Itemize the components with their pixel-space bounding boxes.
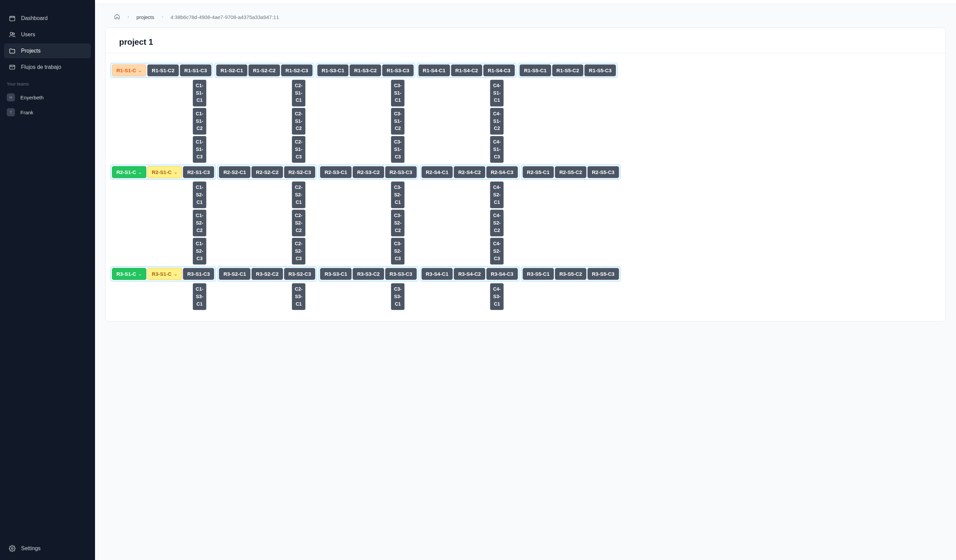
grid-cell-label: R2-S4-C2 <box>458 169 481 175</box>
grid-sub-cell[interactable]: C4-S2-C3 <box>490 238 504 265</box>
grid-sub-cell[interactable]: C3-S1-C1 <box>391 80 404 107</box>
grid-cell-R2-S5-C3[interactable]: R2-S5-C3 <box>587 166 619 178</box>
grid-sub-cell[interactable]: C1-S2-C2 <box>193 210 206 237</box>
grid-cell-R3-S4-C1[interactable]: R3-S4-C1 <box>421 268 453 280</box>
grid-sub-cell[interactable]: C4-S1-C3 <box>490 136 504 163</box>
grid-sub-cell[interactable]: C1-S1-C2 <box>193 108 206 135</box>
grid-cell-R2-S5-C2[interactable]: R2-S5-C2 <box>555 166 586 178</box>
grid-cell-label: R2-S3-C2 <box>357 169 380 175</box>
grid-cell-R1-S1-C3[interactable]: R1-S1-C3 <box>180 64 211 76</box>
grid-cell-R2-S2-C2[interactable]: R2-S2-C2 <box>252 166 283 178</box>
grid-cell-R1-S5-C2[interactable]: R1-S5-C2 <box>552 64 584 76</box>
grid-cell-R2-S2-C3[interactable]: R2-S2-C3 <box>284 166 316 178</box>
grid-cell-R1-S1-C2[interactable]: R1-S1-C2 <box>147 64 179 76</box>
grid-sub-cell[interactable]: C2-S2-C3 <box>292 238 305 265</box>
grid-cell-label: R2-S1-C3 <box>187 169 210 175</box>
grid-cell-R1-S3-C2[interactable]: R1-S3-C2 <box>349 64 381 76</box>
grid-cell-R3-S1-C1[interactable]: R3-S1-C <box>112 268 146 280</box>
sidebar-item-dashboard[interactable]: Dashboard <box>4 11 91 26</box>
grid-header-row: R1-S1-CR1-S1-C2R1-S1-C3R1-S2-C1R1-S2-C2R… <box>110 63 941 78</box>
grid-sub-cell[interactable]: C4-S2-C1 <box>490 182 504 208</box>
grid-segment-group: R3-S1-CR3-S1-CR3-S1-C3 <box>110 266 216 282</box>
grid-cell-R3-S1-C3[interactable]: R3-S1-C3 <box>183 268 214 280</box>
grid-sub-cell[interactable]: C3-S2-C1 <box>391 182 404 208</box>
grid-cell-R2-S5-C1[interactable]: R2-S5-C1 <box>523 166 554 178</box>
grid-cell-R2-S1-C1[interactable]: R2-S1-C <box>112 166 146 178</box>
grid-sub-segment: XX-XX-XXXX-XX-XXC3-S1-C1C3-S1-C2C3-S1-C3 <box>308 78 406 165</box>
grid-sub-cell[interactable]: C1-S1-C3 <box>193 136 206 163</box>
grid-cell-R1-S2-C1[interactable]: R1-S2-C1 <box>216 64 248 76</box>
grid-cell-R1-S2-C3[interactable]: R1-S2-C3 <box>281 64 313 76</box>
grid-cell-R2-S2-C1[interactable]: R2-S2-C1 <box>219 166 250 178</box>
grid-cell-R1-S5-C1[interactable]: R1-S5-C1 <box>520 64 551 76</box>
sidebar-item-workflows[interactable]: Flujos de trabajo <box>4 60 91 75</box>
grid-segment-group: R2-S5-C1R2-S5-C2R2-S5-C3 <box>521 165 621 180</box>
grid-sub-cell[interactable]: C2-S1-C2 <box>292 108 305 135</box>
grid-sub-cell[interactable]: C3-S2-C2 <box>391 210 404 237</box>
grid-cell-label: R2-S3-C3 <box>390 169 412 175</box>
team-item[interactable]: TFrank <box>4 105 91 120</box>
grid-cell-R1-S2-C2[interactable]: R1-S2-C2 <box>248 64 280 76</box>
grid-sub-cell[interactable]: C2-S1-C3 <box>292 136 305 163</box>
grid-cell-R3-S2-C1[interactable]: R3-S2-C1 <box>219 268 250 280</box>
grid-cell-R3-S4-C3[interactable]: R3-S4-C3 <box>486 268 518 280</box>
grid-cell-R2-S1-C2[interactable]: R2-S1-C <box>147 166 182 178</box>
grid-cell-R1-S4-C2[interactable]: R1-S4-C2 <box>451 64 483 76</box>
grid-cell-R1-S3-C3[interactable]: R1-S3-C3 <box>382 64 414 76</box>
grid-cell-R3-S5-C2[interactable]: R3-S5-C2 <box>555 268 586 280</box>
breadcrumb-projects-link[interactable]: projects <box>137 14 154 20</box>
grid-cell-R3-S1-C2[interactable]: R3-S1-C <box>147 268 182 280</box>
grid-cell-R1-S4-C1[interactable]: R1-S4-C1 <box>418 64 450 76</box>
grid-sub-cell[interactable]: C1-S2-C3 <box>193 238 206 265</box>
grid-cell-R3-S2-C2[interactable]: R3-S2-C2 <box>252 268 283 280</box>
grid-segment-group: R2-S4-C1R2-S4-C2R2-S4-C3 <box>420 165 520 180</box>
grid-cell-R2-S1-C3[interactable]: R2-S1-C3 <box>183 166 214 178</box>
grid-sub-cell[interactable]: C4-S1-C2 <box>490 108 504 135</box>
grid-cell-R3-S3-C3[interactable]: R3-S3-C3 <box>385 268 417 280</box>
grid-sub-cell[interactable]: C1-S3-C1 <box>193 283 206 310</box>
grid-cell-R3-S5-C3[interactable]: R3-S5-C3 <box>587 268 619 280</box>
grid-sub-cell[interactable]: C4-S3-C1 <box>490 283 504 310</box>
grid-sub-cell[interactable]: C2-S2-C2 <box>292 210 305 237</box>
home-icon[interactable] <box>114 14 120 21</box>
grid-cell-R2-S4-C2[interactable]: R2-S4-C2 <box>454 166 485 178</box>
grid-cell-R1-S5-C3[interactable]: R1-S5-C3 <box>584 64 616 76</box>
team-item[interactable]: HEnyerbeth <box>4 90 91 105</box>
grid-cell-R1-S1-C1[interactable]: R1-S1-C <box>112 64 146 76</box>
grid-sub-cell[interactable]: C1-S2-C1 <box>193 182 206 208</box>
grid-cell-label: R2-S3-C1 <box>324 169 347 175</box>
grid-sub-cell[interactable]: C2-S2-C1 <box>292 182 305 208</box>
breadcrumb: projects 4:38b6c78d-4908-4ae7-9708-a4375… <box>105 14 946 21</box>
grid-sub-cell[interactable]: C2-S3-C1 <box>292 283 305 310</box>
settings-button[interactable]: Settings <box>4 541 91 556</box>
grid-sub-segment: XX-XX-XXXX-XX-XX <box>507 180 604 266</box>
grid-sub-cell[interactable]: C3-S1-C3 <box>391 136 404 163</box>
grid-sub-cell[interactable]: C3-S2-C3 <box>391 238 404 265</box>
grid-sub-cell[interactable]: C4-S1-C1 <box>490 80 504 107</box>
grid-cell-R2-S4-C3[interactable]: R2-S4-C3 <box>486 166 518 178</box>
grid-cell-R3-S5-C1[interactable]: R3-S5-C1 <box>523 268 554 280</box>
grid-sub-cell[interactable]: C3-S3-C1 <box>391 283 404 310</box>
grid-cell-label: R2-S5-C1 <box>527 169 550 175</box>
grid-row: R1-S1-CR1-S1-C2R1-S1-C3R1-S2-C1R1-S2-C2R… <box>110 63 941 165</box>
grid-cell-R3-S3-C1[interactable]: R3-S3-C1 <box>320 268 352 280</box>
grid-cell-R3-S3-C2[interactable]: R3-S3-C2 <box>352 268 384 280</box>
grid-sub-cell[interactable]: C4-S2-C2 <box>490 210 504 237</box>
grid-header-row: R2-S1-CR2-S1-CR2-S1-C3R2-S2-C1R2-S2-C2R2… <box>110 165 941 180</box>
grid-cell-R2-S3-C1[interactable]: R2-S3-C1 <box>320 166 352 178</box>
sidebar-item-users[interactable]: Users <box>4 27 91 42</box>
grid-sub-col: C2-S3-C1 <box>278 283 305 310</box>
grid-cell-R3-S2-C3[interactable]: R3-S2-C3 <box>284 268 316 280</box>
grid-cell-R1-S4-C3[interactable]: R1-S4-C3 <box>483 64 515 76</box>
grid-sub-cell[interactable]: C2-S1-C1 <box>292 80 305 107</box>
sidebar-item-projects[interactable]: Projects <box>4 44 91 58</box>
calendar-icon <box>9 15 16 22</box>
grid-cell-R3-S4-C2[interactable]: R3-S4-C2 <box>454 268 485 280</box>
grid-sub-cell[interactable]: C1-S1-C1 <box>193 80 206 107</box>
grid-cell-R2-S3-C3[interactable]: R2-S3-C3 <box>385 166 417 178</box>
grid-cell-R2-S4-C1[interactable]: R2-S4-C1 <box>421 166 453 178</box>
grid-sub-cell[interactable]: C3-S1-C2 <box>391 108 404 135</box>
grid-cell-label: R3-S3-C2 <box>357 271 380 277</box>
grid-cell-R2-S3-C2[interactable]: R2-S3-C2 <box>352 166 384 178</box>
grid-cell-R1-S3-C1[interactable]: R1-S3-C1 <box>317 64 349 76</box>
